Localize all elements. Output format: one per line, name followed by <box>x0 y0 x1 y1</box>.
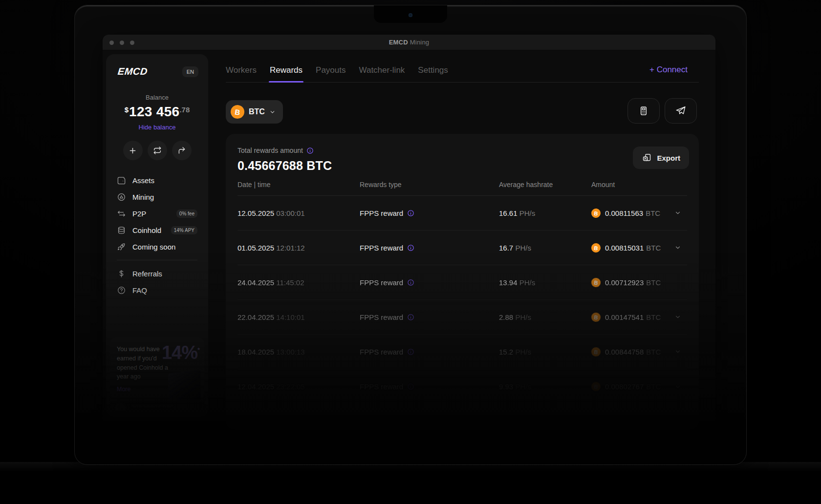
account-row[interactable] <box>115 402 173 415</box>
tab-workers[interactable]: Workers <box>226 65 257 75</box>
table-row[interactable]: 12.04.2025 23:22:05 FPPS reward 9.93 PH/… <box>238 369 687 404</box>
tab-watcher-link[interactable]: Watcher-link <box>359 65 405 75</box>
page: { "window": { "title_primary": "EMCD", "… <box>0 0 821 504</box>
window-title-secondary: Mining <box>410 39 430 46</box>
camera-dot <box>409 13 412 17</box>
row-hashrate: 16.61 PH/s <box>499 209 591 217</box>
tab-payouts[interactable]: Payouts <box>316 65 346 75</box>
window-title: EMCDMining <box>389 39 430 46</box>
export-button[interactable]: Export <box>633 147 689 169</box>
bitcoin-icon: B <box>591 381 601 392</box>
expand-row-chevron[interactable] <box>674 348 687 355</box>
expand-row-chevron[interactable] <box>674 244 687 251</box>
row-date-time: 24.04.2025 11:45:02 <box>238 278 360 287</box>
sidebar-item-coinhold[interactable]: Coinhold 14% APY <box>117 222 197 238</box>
account-text-placeholder <box>131 404 173 413</box>
header-date-time: Date | time <box>238 181 360 189</box>
bitcoin-icon: B <box>230 104 245 120</box>
sidebar-item-mining[interactable]: Mining <box>117 189 197 205</box>
info-icon[interactable] <box>407 279 414 286</box>
row-date-time: 18.04.2025 13:00:13 <box>238 348 360 356</box>
sidebar-item-faq[interactable]: FAQ <box>117 282 197 298</box>
question-circle-icon <box>117 286 126 295</box>
swap-button[interactable] <box>148 141 167 160</box>
exchange-arrows-icon <box>117 209 126 218</box>
row-amount: B 0.00147541 BTC <box>591 313 674 322</box>
p2p-fee-badge: 0% fee <box>176 210 197 218</box>
row-hashrate: 2.88 PH/s <box>499 313 591 321</box>
bitcoin-icon: B <box>591 346 601 357</box>
sidebar-item-coming-soon[interactable]: Coming soon <box>117 238 197 255</box>
info-icon[interactable] <box>407 210 414 217</box>
row-rewards-type: FPPS reward <box>360 209 499 217</box>
sidebar-item-label: Coinhold <box>132 226 161 234</box>
balance-value: $123 456.78 <box>106 104 208 120</box>
row-rewards-type: FPPS reward <box>360 348 499 356</box>
zoom-window-button[interactable] <box>130 41 134 45</box>
row-date-time: 01.05.2025 12:01:12 <box>238 244 360 252</box>
tab-settings[interactable]: Settings <box>418 65 448 75</box>
coin-selector-value: BTC <box>249 107 265 116</box>
info-icon[interactable] <box>407 244 414 252</box>
sidebar-item-assets[interactable]: Assets <box>117 172 197 189</box>
language-switcher[interactable]: EN <box>182 66 198 77</box>
plus-icon <box>128 146 137 155</box>
sidebar-item-label: FAQ <box>132 286 147 294</box>
mining-icon <box>117 192 126 202</box>
table-row[interactable]: 24.04.2025 11:45:02 FPPS reward 13.94 PH… <box>238 265 687 300</box>
promo-percent-note: * <box>197 346 199 354</box>
table-row[interactable]: 01.05.2025 12:01:12 FPPS reward 16.7 PH/… <box>238 231 687 265</box>
coinhold-apy-badge: 14% APY <box>171 226 197 234</box>
window-title-primary: EMCD <box>389 39 408 46</box>
laptop-screen: EMCDMining EMCD EN Balance $123 456.78 H… <box>74 5 747 465</box>
sidebar-item-label: P2P <box>132 210 146 218</box>
row-rewards-type: FPPS reward <box>360 313 499 321</box>
sidebar: EMCD EN Balance $123 456.78 Hide balance <box>106 54 208 417</box>
chevron-down-icon <box>674 383 681 390</box>
total-rewards-value: 0.45667688 BTC <box>238 159 687 173</box>
row-date-time: 22.04.2025 14:10:01 <box>238 313 360 321</box>
info-icon[interactable] <box>407 348 414 356</box>
telegram-button[interactable] <box>665 98 697 124</box>
info-icon[interactable] <box>407 314 414 321</box>
chevron-down-icon <box>674 348 681 355</box>
info-icon[interactable] <box>407 383 414 390</box>
coin-selector[interactable]: B BTC <box>226 100 283 124</box>
minimize-window-button[interactable] <box>120 41 124 45</box>
row-hashrate: 9.93 PH/s <box>499 382 591 391</box>
table-row[interactable]: 12.05.2025 03:00:01 FPPS reward 16.61 PH… <box>238 196 687 231</box>
chevron-down-icon <box>674 244 681 251</box>
hide-balance-link[interactable]: Hide balance <box>106 124 208 131</box>
info-icon[interactable] <box>306 147 314 154</box>
export-spreadsheet-icon <box>642 153 652 163</box>
tab-rewards[interactable]: Rewards <box>270 65 302 75</box>
bitcoin-icon: B <box>591 242 601 252</box>
sidebar-item-label: Referrals <box>132 270 162 278</box>
sidebar-item-label: Assets <box>132 176 154 185</box>
table-row[interactable]: 22.04.2025 14:10:01 FPPS reward 2.88 PH/… <box>238 300 687 335</box>
row-hashrate: 13.94 PH/s <box>499 278 591 287</box>
table-body: 12.05.2025 03:00:01 FPPS reward 16.61 PH… <box>238 196 687 404</box>
balance-block: Balance $123 456.78 Hide balance <box>106 94 208 131</box>
row-rewards-type: FPPS reward <box>360 244 499 252</box>
deposit-button[interactable] <box>123 141 143 160</box>
bitcoin-icon: B <box>591 312 601 322</box>
sidebar-item-referrals[interactable]: Referrals <box>117 265 197 282</box>
expand-row-chevron[interactable] <box>674 314 687 320</box>
expand-row-chevron[interactable] <box>674 210 687 216</box>
bitcoin-icon: B <box>591 277 601 287</box>
sidebar-item-label: Mining <box>132 193 154 201</box>
table-row[interactable]: 18.04.2025 13:00:13 FPPS reward 15.2 PH/… <box>238 335 687 369</box>
row-amount: B 0.00712923 BTC <box>591 278 674 287</box>
close-window-button[interactable] <box>109 41 114 45</box>
rocket-icon <box>117 242 126 252</box>
sidebar-nav: Assets Mining P2P 0% fee Coinhold 14% AP… <box>106 172 208 298</box>
app-window: EMCDMining EMCD EN Balance $123 456.78 H… <box>103 35 715 465</box>
promo-percent: 14%* <box>162 342 199 363</box>
connect-button[interactable]: + Connect <box>649 65 688 75</box>
sidebar-item-p2p[interactable]: P2P 0% fee <box>117 205 197 222</box>
sidebar-item-label: Coming soon <box>132 243 175 251</box>
expand-row-chevron[interactable] <box>674 383 687 390</box>
send-button[interactable] <box>172 141 192 160</box>
calculator-button[interactable] <box>627 98 660 124</box>
